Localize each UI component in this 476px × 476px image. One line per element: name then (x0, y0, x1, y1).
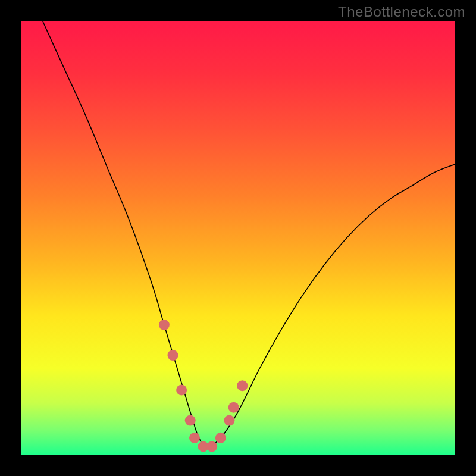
highlight-dot (224, 415, 234, 426)
highlight-dot (206, 441, 217, 452)
highlight-dot (168, 350, 178, 361)
watermark-label: TheBottleneck.com (338, 4, 465, 20)
chart-svg (21, 21, 455, 455)
chart-frame: TheBottleneck.com (0, 0, 476, 476)
highlight-dot (185, 415, 196, 426)
highlight-dot (215, 433, 226, 443)
highlight-dot (189, 433, 200, 443)
highlight-dot (228, 402, 239, 413)
highlight-dot (159, 320, 170, 330)
highlight-dot (237, 380, 248, 391)
chart-background (21, 21, 455, 455)
highlight-dot (176, 385, 187, 396)
